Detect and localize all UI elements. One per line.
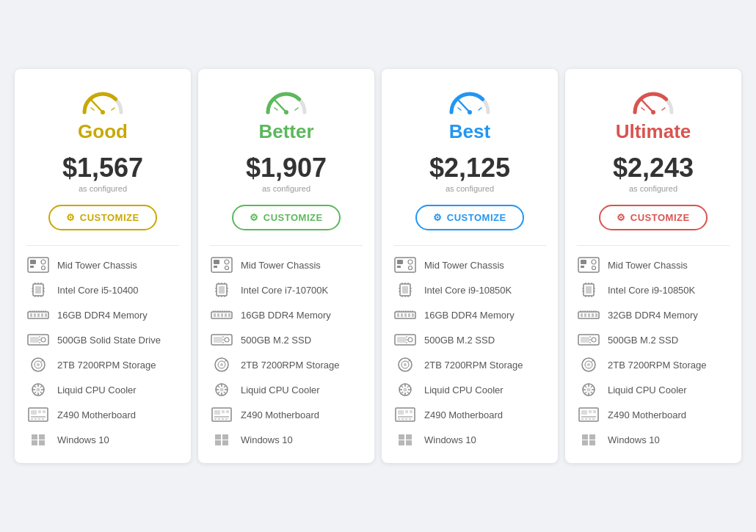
gauge-icon-ultimate <box>631 87 675 116</box>
svg-rect-125 <box>222 410 225 413</box>
list-item: 500GB M.2 SSD <box>210 331 363 349</box>
svg-line-254 <box>584 385 586 387</box>
svg-line-139 <box>479 108 481 110</box>
spec-label: Windows 10 <box>424 434 476 445</box>
svg-rect-78 <box>219 286 225 294</box>
svg-rect-229 <box>592 313 594 317</box>
spec-label: 32GB DDR4 Memory <box>608 310 698 321</box>
spec-label: Mid Tower Chassis <box>241 260 321 271</box>
customize-button-better[interactable]: ⚙CUSTOMIZE <box>232 205 340 230</box>
customize-label: CUSTOMIZE <box>447 212 506 223</box>
svg-rect-5 <box>30 260 36 264</box>
divider-best <box>393 245 546 246</box>
svg-rect-6 <box>30 266 34 268</box>
svg-rect-203 <box>406 440 412 445</box>
svg-rect-74 <box>214 266 217 268</box>
chassis-icon <box>26 256 50 274</box>
svg-rect-63 <box>42 418 44 420</box>
spec-label: Liquid CPU Cooler <box>424 385 504 396</box>
list-item: 2TB 7200RPM Storage <box>393 356 546 374</box>
spec-list-best: Mid Tower Chassis Intel Core i9-10850K <box>393 256 546 448</box>
list-item: Intel Core i5-10400 <box>26 281 179 299</box>
svg-point-258 <box>587 388 591 392</box>
svg-line-3 <box>112 108 115 110</box>
tier-name-ultimate: Ultimate <box>616 120 691 143</box>
spec-label: 16GB DDR4 Memory <box>424 310 515 321</box>
svg-rect-124 <box>214 410 220 415</box>
hdd-icon <box>210 356 233 374</box>
ssd-icon <box>577 331 600 349</box>
spec-label: Intel Core i5-10400 <box>57 285 139 296</box>
svg-line-2 <box>91 108 94 110</box>
svg-line-188 <box>407 385 410 387</box>
tier-name-good: Good <box>78 120 128 143</box>
svg-rect-23 <box>34 313 36 317</box>
list-item: Z490 Motherboard <box>393 406 546 423</box>
svg-rect-64 <box>32 434 37 440</box>
cpu-icon <box>577 281 600 299</box>
spec-label: Liquid CPU Cooler <box>608 385 687 396</box>
svg-rect-262 <box>593 410 596 413</box>
svg-rect-128 <box>214 418 217 420</box>
svg-rect-61 <box>34 418 37 420</box>
list-item: Windows 10 <box>577 431 730 448</box>
spec-label: Mid Tower Chassis <box>424 260 504 271</box>
svg-rect-73 <box>214 260 219 264</box>
svg-rect-172 <box>397 337 406 343</box>
svg-rect-260 <box>581 410 587 415</box>
spec-label: Z490 Motherboard <box>241 409 319 420</box>
svg-line-256 <box>591 385 593 387</box>
svg-rect-126 <box>226 410 229 413</box>
svg-rect-134 <box>215 440 221 445</box>
svg-line-187 <box>407 392 410 394</box>
as-configured-good: as configured <box>79 184 127 193</box>
cpu-icon <box>393 281 417 299</box>
chassis-icon <box>577 256 600 274</box>
svg-rect-193 <box>405 410 408 413</box>
svg-rect-58 <box>43 410 46 413</box>
svg-rect-197 <box>401 418 404 420</box>
svg-rect-202 <box>399 440 404 445</box>
customize-button-best[interactable]: ⚙CUSTOMIZE <box>415 205 523 230</box>
svg-rect-196 <box>398 418 400 420</box>
hdd-icon <box>577 356 600 374</box>
list-item: Windows 10 <box>210 431 363 448</box>
divider-better <box>210 245 363 246</box>
svg-rect-214 <box>586 286 592 294</box>
gear-icon: ⚙ <box>250 212 259 223</box>
spec-label: Mid Tower Chassis <box>57 260 137 271</box>
gauge-icon-better <box>264 87 308 116</box>
svg-line-207 <box>662 108 665 110</box>
price-good: $1,567 <box>62 155 143 181</box>
gear-icon: ⚙ <box>617 212 626 223</box>
svg-point-1 <box>101 110 105 114</box>
svg-line-50 <box>34 385 36 387</box>
svg-rect-267 <box>592 418 595 420</box>
customize-button-good[interactable]: ⚙CUSTOMIZE <box>48 205 156 230</box>
svg-rect-104 <box>214 337 222 343</box>
svg-rect-160 <box>404 313 407 317</box>
gauge-icon-best <box>448 87 492 116</box>
customize-button-ultimate[interactable]: ⚙CUSTOMIZE <box>599 205 707 230</box>
svg-rect-26 <box>45 313 47 317</box>
list-item: Windows 10 <box>393 431 546 448</box>
customize-label: CUSTOMIZE <box>630 212 690 223</box>
price-best: $2,125 <box>429 155 510 181</box>
cooler-icon <box>26 381 50 398</box>
card-best: Best$2,125as configured⚙CUSTOMIZE Mid To… <box>382 69 558 463</box>
svg-point-7 <box>41 260 46 264</box>
spec-label: Z490 Motherboard <box>57 409 136 420</box>
ssd-icon <box>393 331 417 349</box>
svg-rect-269 <box>589 434 595 440</box>
customize-label: CUSTOMIZE <box>80 212 139 223</box>
as-configured-ultimate: as configured <box>629 184 677 193</box>
list-item: Mid Tower Chassis <box>577 256 730 274</box>
svg-line-112 <box>224 360 226 362</box>
svg-rect-93 <box>225 313 227 317</box>
svg-rect-133 <box>222 434 228 440</box>
svg-rect-142 <box>397 266 401 268</box>
hdd-icon <box>26 356 50 374</box>
svg-rect-57 <box>38 410 41 413</box>
list-item: Z490 Motherboard <box>577 406 730 423</box>
cards-container: Good$1,567as configured⚙CUSTOMIZE Mid To… <box>0 54 756 478</box>
